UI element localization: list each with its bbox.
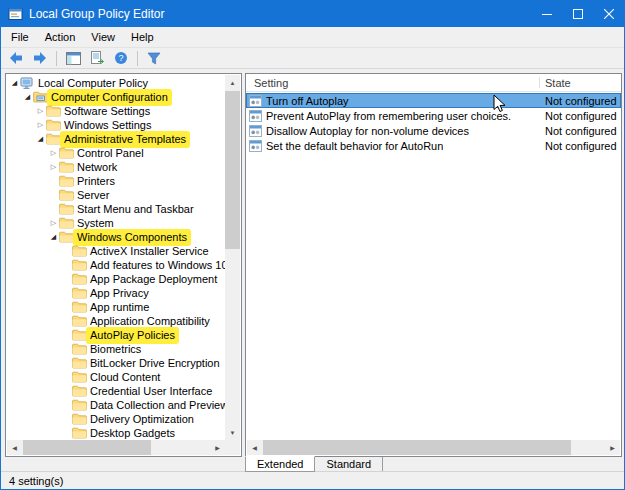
collapse-icon[interactable]: ◢ (9, 76, 20, 90)
tree-item-app-privacy[interactable]: App Privacy (7, 286, 225, 300)
tree-item-label: Desktop Gadgets (88, 427, 177, 440)
tree-item-credential-user-interface[interactable]: Credential User Interface (7, 384, 225, 398)
titlebar: Local Group Policy Editor (1, 1, 624, 27)
collapse-icon[interactable]: ◢ (48, 230, 59, 244)
tree-item-windows-settings[interactable]: ▷Windows Settings (7, 118, 225, 132)
tree-item-windows-components[interactable]: ◢Windows Components (7, 230, 225, 244)
tab-standard[interactable]: Standard (314, 457, 383, 472)
tree-item-add-features-to-windows-10[interactable]: Add features to Windows 10 (7, 258, 225, 272)
forward-icon[interactable] (29, 48, 51, 68)
tree-item-application-compatibility[interactable]: Application Compatibility (7, 314, 225, 328)
tree-horizontal-scrollbar[interactable]: ◀ ▶ (7, 440, 225, 455)
tree-item-label: BitLocker Drive Encryption (88, 357, 222, 370)
tree-item-label: Start Menu and Taskbar (75, 203, 196, 216)
back-icon[interactable] (5, 48, 27, 68)
toolbar-separator (56, 51, 57, 66)
console-icon (20, 77, 36, 90)
folder-icon (59, 217, 75, 229)
tree-vertical-scrollbar[interactable]: ▲ ▼ (225, 75, 240, 440)
menu-bar: FileActionViewHelp (1, 27, 624, 47)
setting-row-set-the-default-behavior-for-autorun[interactable]: Set the default behavior for AutoRunNot … (246, 138, 621, 153)
tree-item-app-package-deployment[interactable]: App Package Deployment (7, 272, 225, 286)
tree-item-delivery-optimization[interactable]: Delivery Optimization (7, 412, 225, 426)
tree-item-label: Network (75, 161, 119, 174)
scroll-right-icon[interactable]: ▶ (605, 440, 620, 455)
toolbar: ? (1, 47, 624, 69)
tree-item-label: Biometrics (88, 343, 143, 356)
folder-icon (46, 105, 62, 117)
collapse-icon[interactable]: ◢ (35, 132, 46, 146)
setting-state: Not configured (545, 110, 617, 122)
tree-item-system[interactable]: ▷System (7, 216, 225, 230)
tab-extended[interactable]: Extended (245, 456, 315, 472)
tree-item-control-panel[interactable]: ▷Control Panel (7, 146, 225, 160)
column-header-state[interactable]: State (545, 77, 571, 89)
tree-item-desktop-gadgets[interactable]: Desktop Gadgets (7, 426, 225, 440)
folder-icon (59, 231, 75, 243)
menu-item-action[interactable]: Action (37, 29, 84, 45)
console-tree-pane: ◢Local Computer Policy◢Computer Configur… (5, 73, 242, 457)
scroll-up-icon[interactable]: ▲ (225, 75, 240, 90)
folder-icon (59, 175, 75, 187)
close-button[interactable] (593, 1, 624, 27)
scroll-left-icon[interactable]: ◀ (247, 440, 262, 455)
minimize-button[interactable] (531, 1, 562, 27)
setting-row-prevent-autoplay-from-remembering-user-choices[interactable]: Prevent AutoPlay from remembering user c… (246, 108, 621, 123)
tree-item-app-runtime[interactable]: App runtime (7, 300, 225, 314)
help-icon[interactable]: ? (110, 48, 132, 68)
tree-item-network[interactable]: ▷Network (7, 160, 225, 174)
tree-item-local-computer-policy[interactable]: ◢Local Computer Policy (7, 76, 225, 90)
tree-item-label: Credential User Interface (88, 385, 214, 398)
export-list-icon[interactable] (86, 48, 108, 68)
folder-icon (72, 287, 88, 299)
expand-icon[interactable]: ▷ (48, 216, 59, 230)
folder-icon (72, 259, 88, 271)
tree-item-activex-installer-service[interactable]: ActiveX Installer Service (7, 244, 225, 258)
folder-icon (72, 357, 88, 369)
settings-pane: Setting State Turn off AutoplayNot confi… (245, 73, 622, 457)
scroll-left-icon[interactable]: ◀ (7, 440, 22, 455)
tree-item-autoplay-policies[interactable]: AutoPlay Policies (7, 328, 225, 342)
tree-item-software-settings[interactable]: ▷Software Settings (7, 104, 225, 118)
folder-icon (46, 119, 62, 131)
setting-name: Prevent AutoPlay from remembering user c… (266, 110, 511, 122)
menu-item-file[interactable]: File (3, 29, 37, 45)
tree-item-bitlocker-drive-encryption[interactable]: BitLocker Drive Encryption (7, 356, 225, 370)
collapse-icon[interactable]: ◢ (22, 90, 33, 104)
column-divider[interactable] (539, 77, 540, 88)
tree-item-cloud-content[interactable]: Cloud Content (7, 370, 225, 384)
setting-state: Not configured (545, 140, 617, 152)
tree-item-label: Software Settings (62, 105, 152, 118)
tree-item-administrative-templates[interactable]: ◢Administrative Templates (7, 132, 225, 146)
folder-icon (46, 133, 62, 145)
scroll-down-icon[interactable]: ▼ (225, 425, 240, 440)
setting-row-disallow-autoplay-for-non-volume-devices[interactable]: Disallow Autoplay for non-volume devices… (246, 123, 621, 138)
folder-icon (72, 301, 88, 313)
scrollbar-thumb[interactable] (225, 91, 240, 249)
menu-item-help[interactable]: Help (123, 29, 162, 45)
tree-item-data-collection-and-preview-bu[interactable]: Data Collection and Preview Bu (7, 398, 225, 412)
tree-item-printers[interactable]: Printers (7, 174, 225, 188)
scrollbar-thumb[interactable] (263, 440, 571, 455)
expand-icon[interactable]: ▷ (35, 104, 46, 118)
tree-item-label: Administrative Templates (62, 133, 188, 146)
tree-item-label: Windows Components (75, 231, 189, 244)
maximize-button[interactable] (562, 1, 593, 27)
scroll-right-icon[interactable]: ▶ (210, 440, 225, 455)
tree-item-biometrics[interactable]: Biometrics (7, 342, 225, 356)
tree-item-label: App runtime (88, 301, 151, 314)
scrollbar-thumb[interactable] (23, 440, 151, 455)
folder-icon (72, 273, 88, 285)
show-console-tree-icon[interactable] (62, 48, 84, 68)
tree-item-start-menu-and-taskbar[interactable]: Start Menu and Taskbar (7, 202, 225, 216)
expand-icon[interactable]: ▷ (48, 160, 59, 174)
expand-icon[interactable]: ▷ (35, 118, 46, 132)
filter-icon[interactable] (143, 48, 165, 68)
menu-item-view[interactable]: View (83, 29, 123, 45)
setting-row-turn-off-autoplay[interactable]: Turn off AutoplayNot configured (246, 93, 621, 108)
expand-icon[interactable]: ▷ (48, 146, 59, 160)
tree-item-computer-configuration[interactable]: ◢Computer Configuration (7, 90, 225, 104)
column-header-setting[interactable]: Setting (254, 77, 288, 89)
list-horizontal-scrollbar[interactable]: ◀ ▶ (247, 440, 620, 455)
tree-item-server[interactable]: Server (7, 188, 225, 202)
